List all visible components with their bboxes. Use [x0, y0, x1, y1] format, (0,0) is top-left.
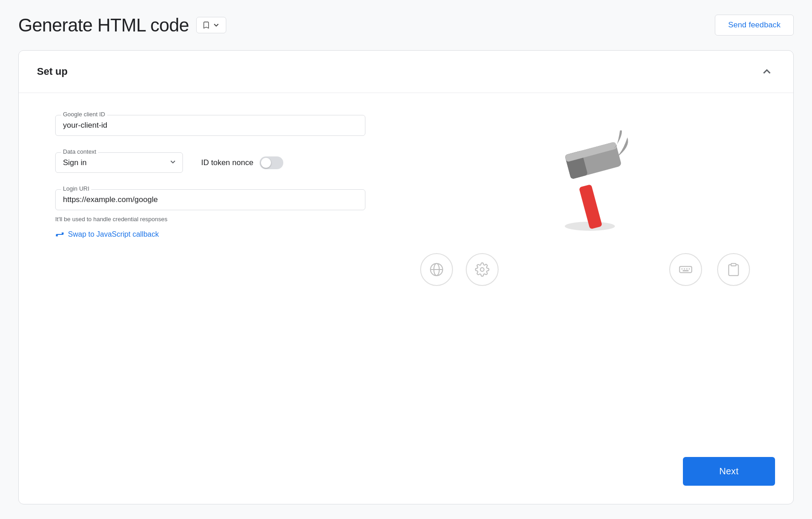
- globe-icon: [429, 262, 444, 277]
- bookmark-button[interactable]: [196, 17, 226, 33]
- hammer-icon: [551, 130, 633, 231]
- swap-arrows-icon: [55, 230, 64, 239]
- keyboard-icon: [678, 262, 693, 277]
- login-uri-label: Login URI: [61, 185, 91, 192]
- login-uri-field: Login URI: [55, 189, 365, 210]
- clipboard-circle-icon: [717, 253, 750, 286]
- card-header: Set up: [19, 51, 793, 93]
- login-uri-section: Login URI It'll be used to handle creden…: [55, 189, 365, 239]
- data-context-select[interactable]: Sign in Sign up: [63, 156, 175, 169]
- chevron-up-icon: [760, 65, 773, 78]
- swap-to-js-callback-link[interactable]: Swap to JavaScript callback: [55, 230, 365, 239]
- page-header: Generate HTML code Send feedback: [18, 15, 794, 36]
- card-title: Set up: [37, 66, 68, 78]
- google-client-id-label: Google client ID: [61, 111, 107, 118]
- clipboard-icon: [726, 262, 741, 277]
- hammer-illustration: [551, 130, 633, 233]
- globe-circle-icon: [420, 253, 453, 286]
- svg-rect-9: [680, 266, 692, 272]
- context-row: Data context Sign in Sign up ID token no…: [55, 152, 365, 173]
- keyboard-circle-icon: [669, 253, 702, 286]
- google-client-id-field: Google client ID: [55, 115, 365, 136]
- form-section: Google client ID Data context Sign in Si…: [55, 115, 365, 424]
- login-uri-hint: It'll be used to handle credential respo…: [55, 216, 365, 223]
- svg-point-3: [480, 268, 484, 271]
- page-title: Generate HTML code: [18, 15, 189, 36]
- bookmark-icon: [202, 21, 210, 29]
- card-footer: Next: [19, 446, 793, 504]
- gear-circle-icon: [466, 253, 499, 286]
- icon-circles-group: [393, 115, 775, 424]
- chevron-down-icon: [212, 21, 220, 29]
- data-context-label: Data context: [61, 148, 98, 155]
- swap-link-label: Swap to JavaScript callback: [68, 230, 159, 239]
- send-feedback-button[interactable]: Send feedback: [715, 15, 794, 36]
- login-uri-input[interactable]: [63, 193, 358, 206]
- svg-rect-15: [731, 264, 736, 266]
- google-client-id-input[interactable]: [63, 119, 358, 132]
- data-context-field: Data context Sign in Sign up: [55, 152, 183, 173]
- id-token-nonce-label: ID token nonce: [201, 158, 253, 167]
- main-card: Set up Google client ID Data context Sig…: [18, 50, 794, 504]
- card-body: Google client ID Data context Sign in Si…: [19, 93, 793, 446]
- id-token-nonce-group: ID token nonce: [201, 156, 283, 169]
- illustration-section: [393, 115, 775, 424]
- gear-icon: [475, 262, 489, 277]
- collapse-button[interactable]: [759, 63, 775, 80]
- id-token-nonce-toggle[interactable]: [260, 156, 283, 169]
- header-left: Generate HTML code: [18, 15, 226, 36]
- next-button[interactable]: Next: [683, 457, 775, 486]
- toggle-slider: [260, 156, 283, 169]
